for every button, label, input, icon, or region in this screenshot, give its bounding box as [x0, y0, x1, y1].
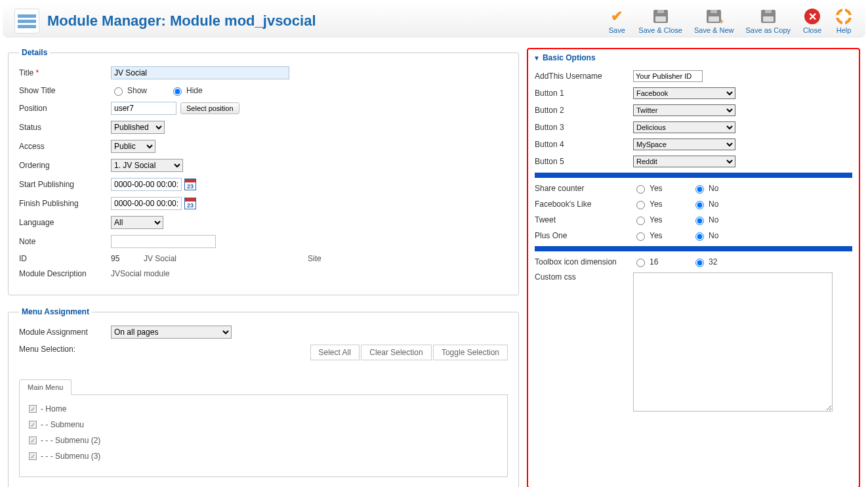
plus-one-no-radio[interactable] — [695, 232, 704, 241]
button-label: Button 2 — [535, 106, 633, 115]
module-assignment-select[interactable]: On all pages — [111, 326, 232, 339]
id-label: ID — [19, 254, 111, 263]
tweet-yes-radio[interactable] — [636, 217, 645, 225]
access-label: Access — [19, 142, 111, 151]
menu-item-label: - - - Submenu (2) — [41, 436, 100, 445]
start-pub-input[interactable] — [111, 178, 182, 191]
button-select[interactable]: Facebook — [633, 87, 735, 99]
addthis-input[interactable] — [633, 70, 703, 82]
position-label: Position — [19, 104, 111, 113]
menu-item-label: - - Submenu — [41, 420, 84, 429]
save-close-label: Save & Close — [638, 26, 682, 34]
select-position-button[interactable]: Select position — [180, 102, 239, 114]
details-legend: Details — [19, 48, 50, 57]
close-icon: ✕ — [802, 8, 822, 25]
status-select[interactable]: Published — [111, 121, 165, 134]
language-select[interactable]: All — [111, 216, 163, 229]
help-label: Help — [837, 26, 852, 34]
no-label: No — [709, 184, 718, 193]
no-label: No — [709, 200, 718, 209]
finish-pub-label: Finish Publishing — [19, 199, 111, 208]
show-title-hide-radio[interactable] — [173, 87, 182, 96]
show-option-label: Show — [127, 86, 147, 95]
ordering-select[interactable]: 1. JV Social — [111, 159, 183, 172]
tweet-no-radio[interactable] — [695, 217, 704, 225]
position-input[interactable] — [111, 102, 176, 115]
toolbox-32-radio[interactable] — [695, 259, 704, 267]
checkbox-icon: ✓ — [29, 421, 37, 429]
show-title-show-radio[interactable] — [114, 87, 123, 96]
save-copy-label: Save as Copy — [746, 26, 791, 34]
save-label: Save — [609, 26, 625, 34]
button-select[interactable]: MySpace — [633, 138, 735, 150]
title-input[interactable] — [111, 66, 289, 79]
basic-options-panel: ▼ Basic Options AddThis Username Button … — [527, 48, 860, 487]
save-close-button[interactable]: Save & Close — [638, 8, 682, 34]
calendar-icon[interactable]: 23 — [184, 179, 196, 190]
calendar-icon[interactable]: 23 — [184, 198, 196, 209]
note-label: Note — [19, 237, 111, 246]
menu-tree-item[interactable]: ✓- - - Submenu (2) — [29, 436, 498, 445]
help-button[interactable]: Help — [834, 8, 854, 34]
close-label: Close — [803, 26, 821, 34]
check-icon: ✔ — [607, 8, 627, 25]
id-name: JV Social — [144, 254, 308, 263]
ordering-label: Ordering — [19, 161, 111, 170]
basic-options-header[interactable]: ▼ Basic Options — [528, 49, 859, 66]
description-label: Module Description — [19, 269, 111, 278]
id-value: 95 — [111, 254, 144, 263]
button-select[interactable]: Reddit — [633, 156, 735, 167]
save-copy-button[interactable]: Save as Copy — [746, 8, 791, 34]
menu-tree-item[interactable]: ✓- Home — [29, 404, 498, 413]
access-select[interactable]: Public — [111, 140, 155, 153]
clear-selection-button[interactable]: Clear Selection — [361, 345, 431, 360]
checkbox-icon: ✓ — [29, 452, 37, 460]
topbar: Module Manager: Module mod_jvsocial ✔ Sa… — [3, 3, 865, 37]
menu-assignment-fieldset: Menu Assignment Module Assignment On all… — [8, 307, 519, 487]
show-title-label: Show Title — [19, 86, 111, 95]
save-new-label: Save & New — [694, 26, 734, 34]
share-counter-label: Share counter — [535, 184, 633, 193]
collapse-icon: ▼ — [533, 54, 540, 62]
button-label: Button 5 — [535, 157, 633, 166]
toggle-selection-button[interactable]: Toggle Selection — [433, 345, 508, 360]
save-button[interactable]: ✔ Save — [607, 8, 627, 34]
menu-selection-label: Menu Selection: — [19, 345, 75, 354]
button-select[interactable]: Delicious — [633, 121, 735, 133]
help-icon — [834, 8, 854, 25]
menu-tabset: Main Menu ✓- Home✓- - Submenu✓- - - Subm… — [19, 379, 508, 477]
button-select[interactable]: Twitter — [633, 104, 735, 116]
custom-css-label: Custom css — [535, 272, 633, 282]
basic-options-title: Basic Options — [543, 53, 596, 62]
button-label: Button 4 — [535, 140, 633, 149]
plus-one-yes-radio[interactable] — [636, 232, 645, 241]
custom-css-textarea[interactable] — [633, 272, 833, 412]
toolbox-16-radio[interactable] — [636, 259, 645, 267]
fb-like-no-radio[interactable] — [695, 201, 704, 209]
share-counter-no-radio[interactable] — [695, 185, 704, 194]
menu-tree-item[interactable]: ✓- - - Submenu (3) — [29, 452, 498, 461]
toolbox-16-label: 16 — [650, 257, 658, 266]
disk-icon — [651, 8, 671, 25]
checkbox-icon: ✓ — [29, 436, 37, 444]
details-fieldset: Details Title * Show Title Show Hide Pos… — [8, 48, 519, 295]
content: Details Title * Show Title Show Hide Pos… — [0, 40, 868, 487]
finish-pub-input[interactable] — [111, 197, 182, 210]
close-button[interactable]: ✕ Close — [802, 8, 822, 34]
menu-assignment-legend: Menu Assignment — [19, 307, 92, 316]
toolbox-label: Toolbox icon dimension — [535, 257, 633, 266]
save-new-button[interactable]: + Save & New — [694, 8, 734, 34]
yes-label: Yes — [650, 231, 663, 240]
hide-option-label: Hide — [186, 86, 203, 95]
yes-label: Yes — [650, 184, 663, 193]
share-counter-yes-radio[interactable] — [636, 185, 645, 194]
start-pub-label: Start Publishing — [19, 180, 111, 189]
fb-like-yes-radio[interactable] — [636, 201, 645, 209]
no-label: No — [709, 215, 718, 224]
main-menu-tab[interactable]: Main Menu — [19, 379, 72, 395]
select-all-button[interactable]: Select All — [310, 345, 360, 360]
title-label: Title * — [19, 68, 111, 77]
addthis-label: AddThis Username — [535, 72, 633, 81]
note-input[interactable] — [111, 235, 216, 248]
menu-tree-item[interactable]: ✓- - Submenu — [29, 420, 498, 429]
